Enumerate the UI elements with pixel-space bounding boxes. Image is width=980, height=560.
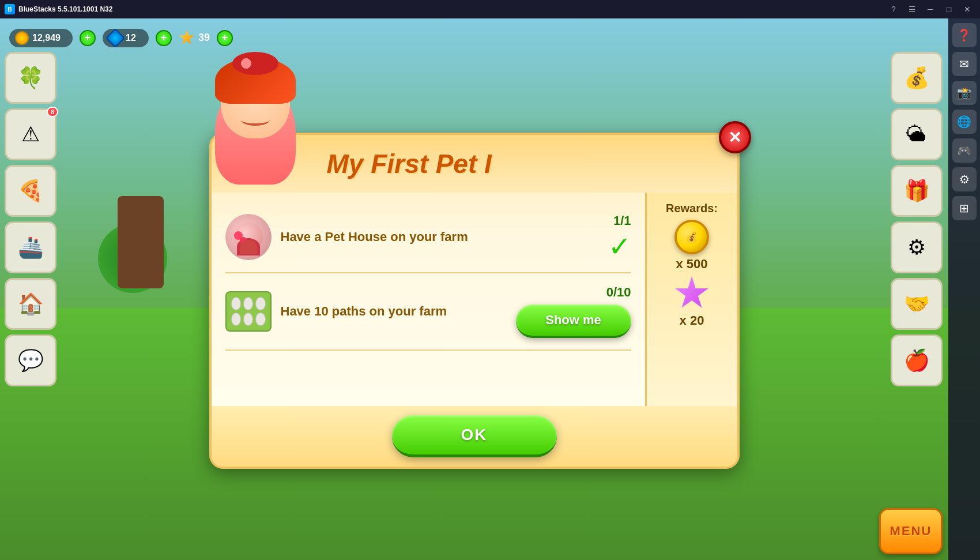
reward-item-star: x 20 bbox=[674, 276, 709, 328]
bluestacks-icon: B bbox=[5, 4, 15, 14]
sidebar-gamepad-icon[interactable]: 🎮 bbox=[952, 138, 977, 163]
sidebar-mail-icon[interactable]: ✉ bbox=[952, 52, 977, 76]
task-right-pet-house: 1/1 ✓ bbox=[562, 213, 631, 261]
titlebar-help-button[interactable]: ? bbox=[885, 1, 902, 17]
tasks-panel: Have a Pet House on your farm 1/1 ✓ bbox=[212, 193, 645, 406]
dialog-container: ✕ bbox=[209, 133, 740, 469]
task-row-pet-house: Have a Pet House on your farm 1/1 ✓ bbox=[225, 202, 631, 273]
titlebar-minimize-button[interactable]: ─ bbox=[922, 1, 938, 17]
dialog-close-button[interactable]: ✕ bbox=[719, 121, 751, 153]
paths-icon bbox=[225, 291, 272, 332]
reward-star-icon bbox=[674, 276, 709, 311]
path-stone-2 bbox=[243, 297, 253, 310]
sidebar-camera-icon[interactable]: 📸 bbox=[952, 81, 977, 105]
rewards-title: Rewards: bbox=[666, 202, 718, 215]
task-row-paths: Have 10 paths on your farm 0/10 Show me bbox=[225, 273, 631, 351]
show-me-button[interactable]: Show me bbox=[516, 305, 631, 338]
pet-house-icon bbox=[225, 214, 272, 260]
task-progress-paths: 0/10 bbox=[606, 285, 631, 300]
sidebar-globe-icon[interactable]: 🌐 bbox=[952, 110, 977, 134]
dialog-title: My First Pet I bbox=[327, 148, 492, 179]
titlebar-menu-button[interactable]: ☰ bbox=[904, 1, 920, 17]
sidebar-help-icon[interactable]: ❓ bbox=[952, 23, 977, 47]
sidebar-grid-icon[interactable]: ⊞ bbox=[952, 196, 977, 220]
sidebar-settings-icon[interactable]: ⚙ bbox=[952, 167, 977, 191]
tasks-spacer bbox=[225, 351, 631, 397]
task-check-pet-house: ✓ bbox=[608, 233, 631, 261]
ok-button-container: OK bbox=[212, 406, 737, 467]
character-image bbox=[198, 58, 313, 185]
task-progress-pet-house: 1/1 bbox=[613, 213, 631, 228]
titlebar: B BlueStacks 5.5.101.1001 N32 ? ☰ ─ □ ✕ bbox=[0, 0, 980, 18]
reward-item-coin: 💰 x 500 bbox=[674, 220, 709, 272]
titlebar-close-button[interactable]: ✕ bbox=[959, 1, 975, 17]
path-stone-5 bbox=[243, 313, 253, 326]
path-stone-4 bbox=[231, 313, 241, 326]
task-info-pet-house: Have a Pet House on your farm bbox=[281, 230, 553, 245]
dialog-body: Have a Pet House on your farm 1/1 ✓ bbox=[212, 193, 737, 406]
path-stone-6 bbox=[255, 313, 265, 326]
rewards-panel: Rewards: 💰 x 500 x 20 bbox=[645, 193, 737, 406]
character-smile bbox=[241, 114, 270, 126]
titlebar-restore-button[interactable]: □ bbox=[941, 1, 957, 17]
dialog-overlay: ✕ bbox=[0, 18, 948, 560]
right-sidebar: ❓ ✉ 📸 🌐 🎮 ⚙ ⊞ bbox=[948, 18, 980, 560]
path-stone-3 bbox=[255, 297, 265, 310]
titlebar-controls: ? ☰ ─ □ ✕ bbox=[885, 1, 975, 17]
ok-button[interactable]: OK bbox=[392, 415, 557, 457]
titlebar-title: BlueStacks 5.5.101.1001 N32 bbox=[18, 5, 112, 13]
reward-star-amount: x 20 bbox=[680, 313, 704, 328]
character-headband bbox=[232, 52, 278, 75]
task-info-paths: Have 10 paths on your farm bbox=[281, 304, 507, 319]
reward-coin-icon: 💰 bbox=[674, 220, 709, 254]
task-paths-content: Have 10 paths on your farm bbox=[225, 291, 507, 332]
reward-coin-amount: x 500 bbox=[676, 257, 707, 272]
task-right-paths: 0/10 Show me bbox=[516, 285, 631, 338]
task-text-pet-house: Have a Pet House on your farm bbox=[281, 230, 553, 245]
task-text-paths: Have 10 paths on your farm bbox=[281, 304, 507, 319]
titlebar-logo: B BlueStacks 5.5.101.1001 N32 bbox=[5, 4, 112, 14]
character-area bbox=[198, 58, 313, 185]
path-stone-1 bbox=[231, 297, 241, 310]
